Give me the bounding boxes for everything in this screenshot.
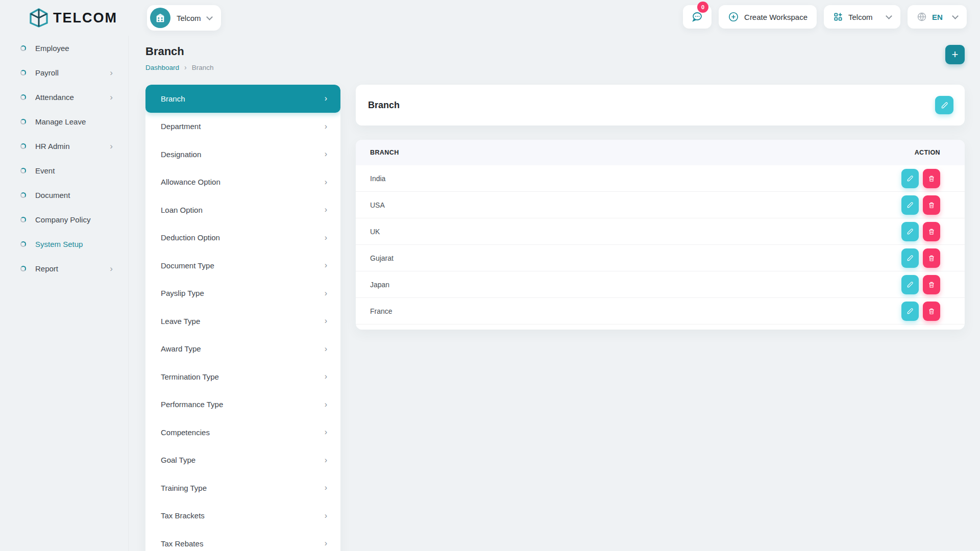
bullet-icon [20,70,26,76]
sidebar-item-payroll[interactable]: Payroll › [7,60,128,85]
setup-menu-item-award-type[interactable]: Award Type › [145,335,340,363]
setup-menu-item-label: Performance Type [161,400,223,409]
setup-menu-item-tax-brackets[interactable]: Tax Brackets › [145,502,340,530]
delete-row-button[interactable] [923,222,940,241]
sidebar-item-report[interactable]: Report › [7,256,128,281]
setup-menu-item-branch[interactable]: Branch › [145,85,340,113]
delete-row-button[interactable] [923,275,940,294]
edit-row-button[interactable] [901,275,919,294]
branch-table-card: BRANCH ACTION India [356,140,965,330]
setup-menu-item-label: Document Type [161,261,214,270]
sidebar-item-company-policy[interactable]: Company Policy [7,207,128,232]
setup-menu-item-goal-type[interactable]: Goal Type › [145,446,340,474]
sidebar-item-label: Company Policy [35,215,90,224]
chat-count-badge: 0 [697,2,708,13]
setup-menu-item-training-type[interactable]: Training Type › [145,474,340,502]
pencil-icon [906,228,914,235]
setup-menu-item-payslip-type[interactable]: Payslip Type › [145,280,340,308]
create-workspace-button[interactable]: Create Workspace [719,5,817,29]
branch-column-header: BRANCH [370,149,915,156]
bullet-icon [20,119,26,124]
messages-button[interactable]: 0 [683,5,712,29]
sidebar-item-attendance[interactable]: Attendance › [7,85,128,109]
setup-menu-item-label: Termination Type [161,372,219,381]
branch-name-cell: India [370,174,901,183]
setup-menu-item-allowance-option[interactable]: Allowance Option › [145,168,340,196]
system-setup-menu: Branch › Department › Designation › Allo… [145,85,340,551]
pencil-icon [906,281,914,288]
edit-branch-section-button[interactable] [935,96,953,114]
edit-row-button[interactable] [901,222,919,241]
sidebar-item-manage-leave[interactable]: Manage Leave [7,109,128,134]
setup-menu-item-termination-type[interactable]: Termination Type › [145,363,340,391]
table-row: UK [356,218,965,245]
edit-row-button[interactable] [901,195,919,215]
setup-menu-item-department[interactable]: Department › [145,113,340,141]
setup-menu-item-loan-option[interactable]: Loan Option › [145,196,340,224]
setup-menu-item-deduction-option[interactable]: Deduction Option › [145,224,340,252]
trash-icon [928,175,935,182]
chevron-right-icon: › [325,122,327,131]
bullet-icon [20,192,26,198]
company-dropdown[interactable]: Telcom [824,5,900,29]
chevron-right-icon: › [325,149,327,159]
sidebar-item-event[interactable]: Event [7,158,128,183]
pencil-icon [941,102,948,109]
setup-menu-item-label: Tax Brackets [161,511,205,520]
chevron-right-icon: › [325,372,327,381]
delete-row-button[interactable] [923,302,940,321]
setup-menu-item-document-type[interactable]: Document Type › [145,252,340,280]
trash-icon [928,202,935,209]
delete-row-button[interactable] [923,248,940,268]
setup-menu-item-label: Goal Type [161,456,195,464]
setup-menu-item-tax-rebates[interactable]: Tax Rebates › [145,530,340,551]
chevron-right-icon: › [325,511,327,520]
table-row: Gujarat [356,245,965,271]
table-header-row: BRANCH ACTION [356,140,965,165]
sidebar-item-label: Event [35,166,55,175]
pencil-icon [906,202,914,209]
setup-menu-item-label: Tax Rebates [161,539,203,548]
edit-row-button[interactable] [901,169,919,188]
sidebar-item-system-setup[interactable]: System Setup [7,232,128,256]
chevron-right-icon: › [184,63,187,71]
delete-row-button[interactable] [923,195,940,215]
sidebar-item-employee[interactable]: Employee [7,36,128,60]
setup-menu-item-label: Award Type [161,344,201,353]
chevron-right-icon: › [325,483,327,492]
delete-row-button[interactable] [923,169,940,188]
company-dropdown-value: Telcom [848,13,873,21]
table-row: France [356,298,965,324]
breadcrumb: Dashboard › Branch [145,63,965,71]
chevron-down-icon [206,14,213,20]
bullet-icon [20,217,26,222]
sidebar-item-label: Payroll [35,68,59,77]
bullet-icon [20,45,26,51]
edit-row-button[interactable] [901,302,919,321]
setup-menu-item-leave-type[interactable]: Leave Type › [145,307,340,335]
main-content: Branch Dashboard › Branch + Branch › Dep… [129,36,980,551]
chevron-right-icon: › [325,233,327,242]
setup-menu-item-label: Payslip Type [161,289,204,297]
setup-menu-item-performance-type[interactable]: Performance Type › [145,391,340,419]
pencil-icon [906,255,914,262]
chevron-down-icon [952,13,959,19]
chevron-right-icon: › [325,205,327,214]
workspace-selector[interactable]: Telcom [147,5,221,31]
breadcrumb-dashboard-link[interactable]: Dashboard [145,64,179,71]
sidebar-item-document[interactable]: Document [7,183,128,207]
sidebar-item-hr-admin[interactable]: HR Admin › [7,134,128,158]
chevron-down-icon [886,13,892,19]
setup-menu-item-designation[interactable]: Designation › [145,140,340,168]
setup-menu-item-label: Leave Type [161,317,200,325]
bullet-icon [20,168,26,173]
pencil-icon [906,175,914,182]
cube-logo-icon [30,8,48,28]
language-dropdown[interactable]: EN [908,5,967,29]
branch-name-cell: Japan [370,281,901,289]
trash-icon [928,255,935,262]
edit-row-button[interactable] [901,248,919,268]
add-branch-button[interactable]: + [945,45,965,64]
bullet-icon [20,266,26,271]
setup-menu-item-competencies[interactable]: Competencies › [145,418,340,446]
